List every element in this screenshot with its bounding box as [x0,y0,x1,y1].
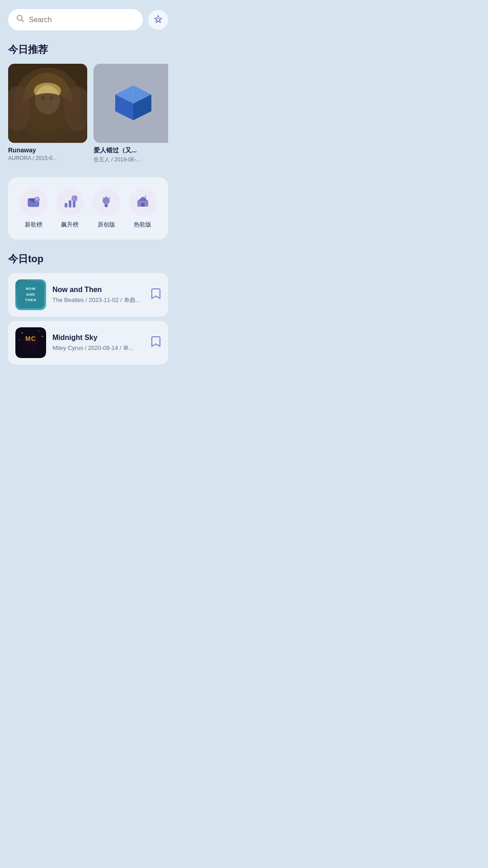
chart-label-hot: 热歌版 [134,221,151,229]
top-card-sub-now-and-then: The Beatles / 2023-11-02 / 单曲... [52,296,145,304]
chart-section: 新歌榜 ↑ 飙升榜 [8,177,168,240]
svg-point-24 [34,197,40,202]
top-card-now-and-then[interactable]: NOW AND THEN Now and Then The Beatles / … [8,273,168,316]
top-card-midnight-sky[interactable]: MC Midnight Sky Miley Cyrus / 2020-08-14… [8,321,168,364]
top-card-title-now-and-then: Now and Then [52,286,145,294]
top-card-sub-midnight-sky: Miley Cyrus / 2020-08-14 / 单... [52,344,145,352]
svg-rect-32 [104,204,108,206]
card-sub-runaway: AURORA / 2015-0... [8,155,87,161]
card-title-runaway: Runaway [8,146,87,154]
search-input-wrapper[interactable] [8,9,143,30]
svg-text:↑: ↑ [73,197,75,200]
svg-rect-26 [65,203,67,208]
svg-point-43 [145,195,146,197]
svg-text:NOW: NOW [26,287,36,291]
svg-rect-33 [105,206,108,207]
chart-icon-original [92,188,120,216]
chart-icon-rising: ↑ [56,188,84,216]
top-card-img-now-and-then: NOW AND THEN [15,279,46,310]
top-card-info-midnight-sky: Midnight Sky Miley Cyrus / 2020-08-14 / … [52,334,145,352]
chart-item-new-songs[interactable]: 新歌榜 [17,188,50,229]
chart-item-original[interactable]: 原创版 [90,188,122,229]
cover-nowandthen: NOW AND THEN [15,279,46,310]
chart-label-new-songs: 新歌榜 [25,221,42,229]
svg-text:THEN: THEN [25,298,36,302]
chart-label-rising: 飙升榜 [61,221,79,229]
search-input[interactable] [29,16,135,24]
svg-marker-39 [137,197,148,201]
recommend-card-runaway[interactable]: Runaway AURORA / 2015-0... [8,64,87,164]
card-title-airen: 爱人错过（又... [94,146,168,155]
recommend-card-img-airen [94,64,168,143]
recommend-card-airen[interactable]: 爱人错过（又... 告五人 / 2019-06-... [94,64,168,164]
top-card-img-midnight-sky: MC [15,327,46,358]
card-sub-airen: 告五人 / 2019-06-... [94,156,168,164]
svg-rect-27 [69,200,71,208]
recommend-card-img-runaway [8,64,87,143]
star-button[interactable] [148,10,168,30]
svg-text:MC: MC [25,335,36,342]
svg-rect-41 [145,198,146,200]
chart-item-hot[interactable]: 热歌版 [127,188,159,229]
top-section-title: 今日top [8,252,168,266]
svg-point-54 [38,330,39,331]
top-card-info-now-and-then: Now and Then The Beatles / 2023-11-02 / … [52,286,145,304]
recommend-title: 今日推荐 [8,43,168,57]
chart-icon-new-songs [19,188,47,216]
bookmark-button-now-and-then[interactable] [151,288,161,302]
svg-point-2 [157,19,160,21]
bookmark-button-midnight-sky[interactable] [151,336,161,350]
top-list: NOW AND THEN Now and Then The Beatles / … [8,273,168,364]
chart-label-original: 原创版 [98,221,115,229]
svg-point-55 [42,336,43,337]
search-icon [16,14,24,25]
svg-line-35 [109,198,110,198]
svg-rect-38 [141,203,145,207]
svg-point-53 [22,332,23,334]
top-section: 今日top NOW AND [8,252,168,364]
svg-text:AND: AND [26,292,35,297]
chart-icon-hot [129,188,157,216]
top-card-title-midnight-sky: Midnight Sky [52,334,145,342]
search-bar [8,9,168,30]
svg-point-56 [19,340,19,340]
chart-item-rising[interactable]: ↑ 飙升榜 [54,188,86,229]
svg-line-36 [103,198,103,198]
recommend-scroll: Runaway AURORA / 2015-0... [8,64,168,166]
recommend-section: 今日推荐 [8,43,168,166]
svg-line-1 [22,20,24,22]
